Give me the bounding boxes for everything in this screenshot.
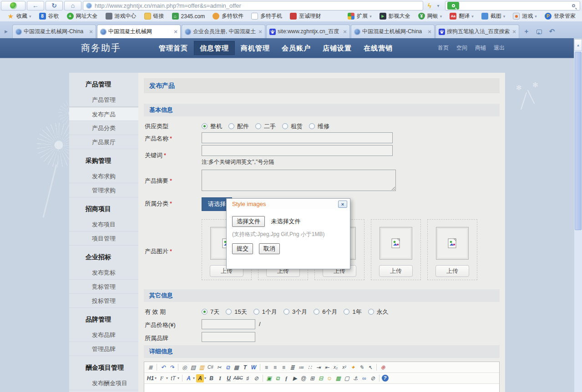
radio-7-days[interactable] — [202, 309, 207, 315]
new-tab-button[interactable]: + — [521, 26, 532, 37]
highlight-color-icon[interactable]: A — [196, 374, 204, 382]
sidebar-item-publish-product[interactable]: 发布产品 — [69, 107, 138, 121]
tab-4[interactable]: site:www.zghntjx.cn_百度× — [266, 25, 350, 38]
select-all-icon[interactable]: ↖ — [366, 363, 374, 372]
bookmark-links-folder[interactable]: 链接 — [144, 12, 164, 20]
subscript-icon[interactable]: x₂ — [332, 363, 339, 372]
link-shop[interactable]: 商铺 — [475, 44, 486, 52]
bookmark-site-nav[interactable]: +网址大全 — [67, 12, 98, 20]
close-icon[interactable]: × — [89, 28, 93, 35]
menu-admin-home[interactable]: 管理首页 — [153, 41, 194, 55]
scroll-up-icon[interactable]: ▴ — [574, 39, 582, 51]
sidebar-item-publish-purchase[interactable]: 发布求购 — [69, 169, 138, 183]
bookmark-game-center[interactable]: 游戏中心 — [106, 12, 137, 20]
reopen-tab-button[interactable]: ↶ — [546, 26, 558, 37]
bookmark-duote-software[interactable]: 多特软件 — [213, 12, 243, 20]
text-color-icon[interactable]: A — [185, 374, 192, 382]
help-icon[interactable]: ? — [382, 375, 389, 382]
dialog-close-button[interactable]: × — [338, 201, 347, 208]
underline-icon[interactable]: U — [225, 374, 233, 382]
tab-1[interactable]: 中国混凝土机械网-China× — [12, 25, 96, 38]
snippet-icon[interactable]: ▢ — [343, 374, 351, 382]
search-box[interactable] — [445, 1, 580, 10]
sidebar-item-manage-purchase[interactable]: 管理求购 — [69, 183, 138, 197]
menu-online-marketing[interactable]: 在线营销 — [358, 41, 399, 55]
spell-check-icon[interactable]: ✎ — [358, 363, 365, 372]
bookmark-password-manager[interactable]: P登录管家 — [545, 12, 576, 20]
indent-icon[interactable]: ⇥ — [314, 363, 322, 372]
speed-mode-icon[interactable]: ϟ — [425, 2, 434, 10]
insert-flash-icon[interactable]: ƒ — [283, 374, 290, 382]
bookmark-extensions[interactable]: 扩展▾ — [348, 12, 372, 20]
browser-logo-button[interactable] — [1, 1, 25, 10]
bookmark-games[interactable]: 游戏▾ — [513, 12, 537, 20]
close-icon[interactable]: × — [428, 28, 431, 35]
align-justify-icon[interactable]: ≣ — [288, 363, 296, 372]
bookmark-video[interactable]: ▶影视大全 — [380, 12, 410, 20]
redo-icon[interactable]: ↷ — [168, 363, 176, 372]
bookmark-duote-mobile[interactable]: 多特手机 — [251, 12, 282, 20]
radio-15-days[interactable] — [226, 309, 232, 315]
tab-3[interactable]: 企业会员注册, 中国混凝土× — [182, 25, 265, 38]
sidebar-item-publish-bid[interactable]: 发布竞标 — [69, 266, 138, 280]
tab-list-button[interactable] — [533, 26, 545, 37]
insert-rule-icon[interactable]: ⊟ — [317, 374, 325, 382]
radio-repair[interactable] — [309, 123, 315, 129]
align-right-icon[interactable]: ≡ — [280, 363, 288, 372]
refresh-button[interactable]: ↻ — [46, 1, 63, 10]
insert-image-icon[interactable]: ▣ — [265, 374, 273, 382]
bookmark-google[interactable]: 8谷歌 — [39, 12, 59, 20]
italic-icon[interactable]: I — [216, 374, 224, 382]
strikethrough-icon[interactable]: ABC — [233, 374, 243, 382]
ordered-list-icon[interactable]: ≔ — [297, 363, 305, 372]
home-button[interactable]: ⌂ — [64, 1, 81, 10]
scrollbar-thumb[interactable] — [575, 52, 582, 230]
copy-icon[interactable]: ⧉ — [224, 363, 232, 372]
upload-button[interactable]: 上传 — [379, 265, 413, 277]
radio-1-year[interactable] — [344, 309, 349, 315]
source-icon[interactable]: ≣ — [147, 363, 154, 372]
insert-media-icon[interactable]: ▶ — [291, 374, 299, 382]
radio-3-months[interactable] — [283, 309, 289, 315]
sidebar-item-manage-project[interactable]: 项目管理 — [69, 231, 138, 246]
address-dropdown-icon[interactable]: ▾ — [434, 3, 442, 8]
menu-business-manage[interactable]: 商机管理 — [235, 41, 276, 55]
find-icon[interactable]: ◎ — [181, 363, 188, 372]
sidebar-item-product-manage[interactable]: 产品管理 — [69, 93, 138, 107]
bookmark-screenshot[interactable]: 截图▾ — [481, 12, 506, 20]
fullscreen-icon[interactable]: ⊕ — [379, 363, 387, 372]
unlink-icon[interactable]: ⊘ — [369, 374, 377, 382]
cut-icon[interactable]: ✂ — [215, 363, 223, 372]
insert-picture-icon[interactable]: ▦ — [334, 374, 342, 382]
heading-icon[interactable]: H1 — [147, 374, 154, 382]
paste-text-icon[interactable]: T — [241, 363, 249, 372]
upload-button[interactable]: 上传 — [435, 265, 469, 277]
sidebar-item-manage-bid[interactable]: 竞标管理 — [69, 280, 138, 294]
paste-word-icon[interactable]: W — [250, 363, 258, 372]
sidebar-item-product-category[interactable]: 产品分类 — [69, 121, 138, 135]
menu-member-account[interactable]: 会员账户 — [276, 41, 317, 55]
radio-rental[interactable] — [282, 123, 288, 129]
radio-1-month[interactable] — [253, 309, 259, 315]
radio-forever[interactable] — [368, 309, 374, 315]
radio-whole-machine[interactable] — [202, 123, 207, 129]
insert-table-icon[interactable]: ⊞ — [309, 374, 316, 382]
sidebar-item-manage-brand[interactable]: 管理品牌 — [69, 342, 138, 356]
bookmark-ebank[interactable]: ¥网银▾ — [418, 12, 442, 20]
print-icon[interactable]: ▤ — [189, 363, 197, 372]
remove-format-icon[interactable]: ✦ — [349, 363, 357, 372]
price-input[interactable] — [202, 319, 255, 329]
paste-icon[interactable]: ▩ — [233, 363, 240, 372]
anchor-icon[interactable]: ⚓ — [352, 374, 359, 382]
menu-shop-settings[interactable]: 店铺设置 — [317, 41, 358, 55]
code-icon[interactable]: C# — [207, 363, 214, 372]
bookmark-favorites[interactable]: ★收藏▾ — [7, 12, 31, 20]
outdent-icon[interactable]: ⇤ — [323, 363, 331, 372]
cancel-button[interactable]: 取消 — [259, 243, 280, 254]
close-icon[interactable]: × — [512, 28, 516, 35]
search-icon[interactable] — [572, 4, 575, 7]
bookmark-zhicheng-finance[interactable]: 至诚理财 — [290, 12, 321, 20]
link-logout[interactable]: 退出 — [494, 44, 505, 52]
address-bar[interactable]: http://www.zghntjx.cn/main.php?m=offer&s… — [83, 1, 423, 10]
search-engine-icon[interactable] — [447, 2, 459, 10]
